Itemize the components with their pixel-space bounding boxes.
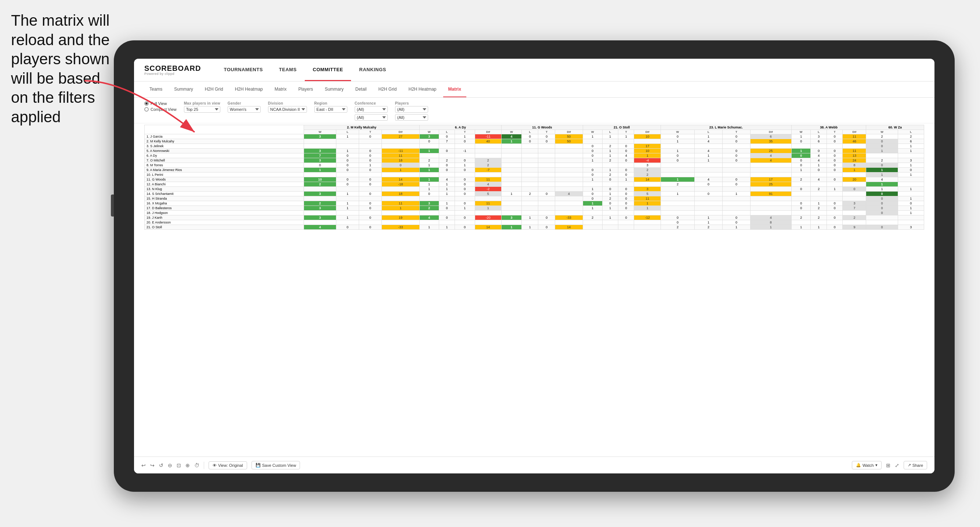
undo-icon[interactable]: ↩ bbox=[142, 462, 146, 468]
conference-select2[interactable]: (All) bbox=[355, 114, 388, 121]
filter-bar: Full View Compact View Max players in vi… bbox=[134, 98, 934, 123]
col-schumac: 23. L Marie Schumac. bbox=[660, 125, 791, 130]
full-view-option[interactable]: Full View bbox=[144, 101, 177, 106]
logo-subtitle: Powered by clippd bbox=[144, 72, 201, 76]
player-name: 13. N Klug bbox=[145, 187, 304, 192]
nav-item-rankings[interactable]: RANKINGS bbox=[351, 59, 394, 81]
player-name: 19. J Kanh bbox=[145, 216, 304, 220]
sub-w1: W bbox=[304, 130, 336, 134]
sub-w4: W bbox=[583, 130, 602, 134]
gender-label: Gender bbox=[228, 101, 261, 105]
sub-t6: T bbox=[827, 130, 842, 134]
table-row: 13. N Klug 110-2 1003 0210 11 bbox=[145, 187, 924, 192]
max-players-select[interactable]: Top 25 Top 50 All bbox=[184, 106, 220, 113]
sub-d5: Dif bbox=[750, 130, 791, 134]
player-name: 8. M Torres bbox=[145, 163, 304, 168]
players-filter: Players (All) (All) bbox=[395, 101, 428, 121]
subnav-h2h-grid2[interactable]: H2H Grid bbox=[373, 81, 402, 97]
region-select[interactable]: East - DII West - DII South - DII bbox=[314, 106, 347, 113]
zoom-out-icon[interactable]: ⊖ bbox=[168, 462, 172, 468]
full-view-radio[interactable] bbox=[144, 101, 149, 106]
zoom-in-icon[interactable]: ⊕ bbox=[185, 462, 190, 468]
table-row: 8. M Torres 0010 1012 3 0108 01 bbox=[145, 163, 924, 168]
sub-w3: W bbox=[501, 130, 522, 134]
subnav-detail[interactable]: Detail bbox=[350, 81, 372, 97]
subnav-h2h-grid[interactable]: H2H Grid bbox=[200, 81, 228, 97]
player-name: 12. A Bianchi bbox=[145, 182, 304, 187]
player-name: 9. A Maria Jimenez Rios bbox=[145, 168, 304, 173]
expand-icon[interactable]: ⤢ bbox=[895, 462, 899, 468]
table-row: 15. H Stranda 02011 01 bbox=[145, 196, 924, 201]
division-label: Division bbox=[268, 101, 307, 105]
col-woods: 11. G Woods bbox=[501, 125, 583, 130]
watch-chevron-icon: ▾ bbox=[875, 463, 878, 468]
sub-d6: Dif bbox=[843, 130, 866, 134]
player-name: 15. H Stranda bbox=[145, 196, 304, 201]
subnav-h2h-heatmap2[interactable]: H2H Heatmap bbox=[403, 81, 441, 97]
player-name: 2. M Kelly Mulcahy bbox=[145, 139, 304, 144]
nav-item-tournaments[interactable]: TOURNAMENTS bbox=[216, 59, 270, 81]
compact-view-option[interactable]: Compact View bbox=[144, 107, 177, 111]
subnav-h2h-heatmap[interactable]: H2H Heatmap bbox=[230, 81, 268, 97]
logo-title: SCOREBOARD bbox=[144, 65, 201, 72]
subnav-summary2[interactable]: Summary bbox=[320, 81, 348, 97]
toolbar-divider bbox=[204, 462, 204, 469]
zoom-fit-icon[interactable]: ⊡ bbox=[177, 462, 181, 468]
view-original-btn[interactable]: 👁 View: Original bbox=[208, 461, 247, 469]
save-custom-label: Save Custom View bbox=[262, 463, 296, 468]
players-select2[interactable]: (All) bbox=[395, 114, 428, 121]
gender-select[interactable]: Women's Men's All bbox=[228, 106, 261, 113]
nav-items: TOURNAMENTS TEAMS COMMITTEE RANKINGS bbox=[216, 59, 394, 81]
table-row: 17. D Ballesteros 3101 2011 1101 0207 01 bbox=[145, 206, 924, 211]
conference-label: Conference bbox=[355, 101, 388, 105]
share-label: Share bbox=[912, 463, 923, 468]
full-view-label: Full View bbox=[151, 101, 167, 106]
player-name: 14. S Srichantamit bbox=[145, 192, 304, 196]
max-players-label: Max players in view bbox=[184, 101, 220, 105]
players-label: Players bbox=[395, 101, 428, 105]
subnav-teams[interactable]: Teams bbox=[144, 81, 167, 97]
player-name: 1. J Garcia bbox=[145, 134, 304, 139]
redo-icon[interactable]: ↪ bbox=[150, 462, 154, 468]
sub-w5: W bbox=[660, 130, 694, 134]
watch-btn[interactable]: 🔔 Watch ▾ bbox=[852, 461, 881, 469]
table-row: 12. A Bianchi 200-18 1104 20025 1 bbox=[145, 182, 924, 187]
sub-w6: W bbox=[791, 130, 811, 134]
table-row: 7. O Mitchell 30018 2202 120-4 0104 0402… bbox=[145, 158, 924, 163]
player-name: 16. X Mcgaha bbox=[145, 201, 304, 206]
subnav-matrix2[interactable]: Matrix bbox=[443, 81, 466, 97]
player-name: 3. S Jelinek bbox=[145, 144, 304, 149]
sub-d1: Dif bbox=[382, 130, 419, 134]
grid-icon[interactable]: ⊞ bbox=[886, 462, 891, 468]
player-name: 5. A Nomrowski bbox=[145, 149, 304, 153]
sub-l3: L bbox=[522, 130, 538, 134]
refresh-icon[interactable]: ↺ bbox=[159, 462, 163, 468]
share-btn[interactable]: ↗ Share bbox=[904, 461, 927, 469]
share-icon: ↗ bbox=[908, 463, 911, 468]
reset-icon[interactable]: ⏱ bbox=[194, 462, 199, 468]
subnav-summary[interactable]: Summary bbox=[169, 81, 198, 97]
region-label: Region bbox=[314, 101, 347, 105]
view-original-label: View: Original bbox=[218, 463, 243, 468]
conference-select1[interactable]: (All) bbox=[355, 106, 388, 113]
subnav-matrix[interactable]: Matrix bbox=[269, 81, 292, 97]
table-row: 14. S Srichantamit 31018 0105 1204 0105 … bbox=[145, 192, 924, 196]
sub-d2: Dif bbox=[475, 130, 501, 134]
nav-item-committee[interactable]: COMMITTEE bbox=[305, 59, 352, 81]
nav-item-teams[interactable]: TEAMS bbox=[271, 59, 305, 81]
sub-l4: L bbox=[602, 130, 618, 134]
bottom-toolbar: ↩ ↪ ↺ ⊖ ⊡ ⊕ ⏱ 👁 View: Original 💾 Save Cu… bbox=[134, 457, 934, 473]
subnav-players[interactable]: Players bbox=[293, 81, 318, 97]
player-name: 6. A Dy bbox=[145, 153, 304, 158]
table-row: 1. J Garcia 31027 301-11 40050 11110 010… bbox=[145, 134, 924, 139]
division-filter: Division NCAA Division II NCAA Division … bbox=[268, 101, 307, 113]
player-name: 17. D Ballesteros bbox=[145, 206, 304, 211]
logo-area: SCOREBOARD Powered by clippd bbox=[144, 65, 201, 76]
matrix-content[interactable]: 2. M Kelly Mulcahy 6. A Dy 11. G Woods 2… bbox=[134, 123, 934, 457]
save-custom-btn[interactable]: 💾 Save Custom View bbox=[251, 461, 300, 469]
sub-l2: L bbox=[439, 130, 455, 134]
division-select[interactable]: NCAA Division II NCAA Division I NCAA Di… bbox=[268, 106, 307, 113]
compact-view-radio[interactable] bbox=[144, 107, 149, 111]
players-select1[interactable]: (All) bbox=[395, 106, 428, 113]
table-row: 3. S Jelinek 02017 01 bbox=[145, 144, 924, 149]
